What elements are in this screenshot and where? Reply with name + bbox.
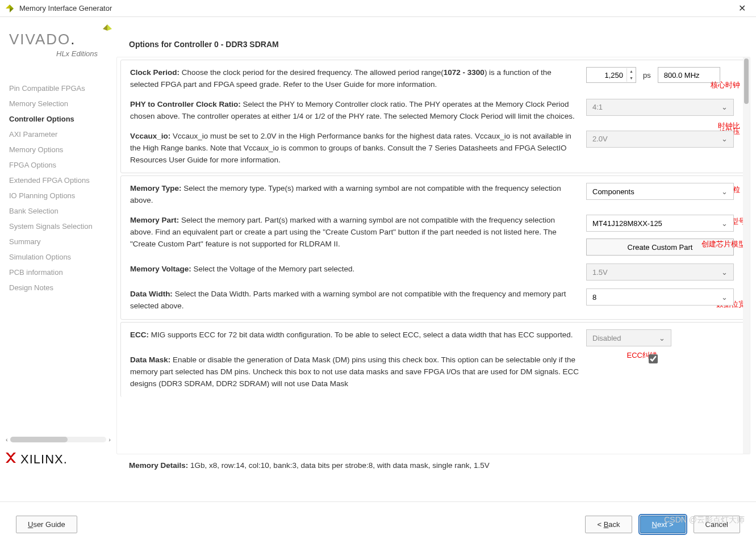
mem-voltage-label: Memory Voltage: — [130, 265, 191, 273]
phy-ratio-label: PHY to Controller Clock Ratio: — [130, 100, 241, 108]
chevron-down-icon: ⌄ — [721, 268, 728, 277]
nav-design-notes[interactable]: Design Notes — [9, 280, 111, 295]
vccaux-select[interactable]: 2.0V⌄ — [586, 131, 734, 148]
nav-pin-compatible[interactable]: Pin Compatible FPGAs — [9, 81, 111, 96]
chevron-down-icon: ⌄ — [721, 187, 728, 196]
nav-bank-selection[interactable]: Bank Selection — [9, 203, 111, 219]
hlx-subtitle: HLx Editions — [43, 49, 111, 58]
mem-part-label: Memory Part: — [130, 216, 179, 224]
option-ecc: ECC: MIG supports ECC for 72 bit data wi… — [130, 329, 737, 346]
option-phy-ratio: PHY to Controller Clock Ratio: Select th… — [130, 99, 737, 123]
sidebar: VIVADO. HLx Editions Pin Compatible FPGA… — [0, 17, 116, 474]
vivado-logo: VIVADO. HLx Editions — [9, 31, 111, 58]
close-icon[interactable]: ✕ — [733, 2, 751, 15]
user-guide-button[interactable]: User Guide — [16, 516, 77, 533]
phy-ratio-select[interactable]: 4:1⌄ — [586, 99, 734, 116]
next-button[interactable]: Next > — [640, 516, 686, 533]
nav-summary[interactable]: Summary — [9, 234, 111, 249]
memory-details: Memory Details: 1Gb, x8, row:14, col:10,… — [116, 454, 750, 474]
leaf-icon — [99, 23, 115, 43]
v-scrollbar[interactable] — [743, 57, 750, 454]
titlebar: Memory Interface Generator ✕ — [0, 0, 756, 17]
option-vccaux: Vccaux_io: Vccaux_io must be set to 2.0V… — [130, 131, 737, 166]
spinner-down-icon[interactable]: ▼ — [627, 75, 636, 82]
option-data-mask: Data Mask: Enable or disable the generat… — [130, 354, 737, 390]
cancel-button[interactable]: Cancel — [694, 516, 740, 533]
scroll-right-icon[interactable]: › — [108, 436, 111, 443]
xilinx-x-icon — [5, 451, 17, 467]
nav-memory-selection[interactable]: Memory Selection — [9, 96, 111, 111]
nav-list: Pin Compatible FPGAs Memory Selection Co… — [9, 81, 111, 295]
note-clock: 核心时钟 — [711, 80, 740, 91]
nav-memory-options[interactable]: Memory Options — [9, 142, 111, 157]
nav-extended-fpga[interactable]: Extended FPGA Options — [9, 173, 111, 188]
nav-axi-parameter[interactable]: AXI Parameter — [9, 127, 111, 142]
option-mem-part: Memory Part: Select the memory part. Par… — [130, 215, 737, 256]
clock-period-label: Clock Period: — [130, 68, 179, 77]
group-ecc: ECC: MIG supports ECC for 72 bit data wi… — [120, 322, 746, 397]
mem-part-select[interactable]: MT41J128M8XX-125⌄ — [586, 215, 734, 232]
chevron-down-icon: ⌄ — [721, 293, 728, 302]
back-button[interactable]: < Back — [585, 516, 632, 533]
data-width-label: Data Width: — [130, 290, 173, 298]
nav-system-signals[interactable]: System Signals Selection — [9, 219, 111, 234]
footer: User Guide < Back Next > Cancel — [0, 501, 756, 545]
data-mask-checkbox[interactable] — [649, 354, 658, 363]
data-mask-label: Data Mask: — [130, 355, 170, 364]
group-clock: Clock Period: Choose the clock period fo… — [120, 60, 746, 173]
window-title: Memory Interface Generator — [19, 4, 112, 12]
nav-pcb-info[interactable]: PCB information — [9, 265, 111, 280]
nav-fpga-options[interactable]: FPGA Options — [9, 157, 111, 173]
sidebar-h-scrollbar[interactable]: ‹ › — [0, 434, 116, 445]
clock-period-spinner[interactable]: ▲▼ — [586, 67, 636, 83]
data-width-select[interactable]: 8⌄ — [586, 288, 734, 306]
mem-voltage-select[interactable]: 1.5V⌄ — [586, 263, 734, 281]
option-mem-voltage: Memory Voltage: Select the Voltage of th… — [130, 263, 737, 281]
clock-period-input[interactable] — [587, 71, 626, 80]
nav-io-planning[interactable]: IO Planning Options — [9, 188, 111, 203]
vivado-text: VIVADO — [9, 31, 70, 48]
note-part2: 创建芯片模型 — [701, 239, 746, 250]
option-data-width: Data Width: Select the Data Width. Parts… — [130, 288, 737, 312]
chevron-down-icon: ⌄ — [721, 219, 728, 228]
xilinx-logo: XILINX. — [0, 445, 116, 474]
spinner-up-icon[interactable]: ▲ — [627, 68, 636, 75]
chevron-down-icon: ⌄ — [721, 135, 728, 143]
mem-type-select[interactable]: Components⌄ — [586, 183, 734, 200]
option-clock-period: Clock Period: Choose the clock period fo… — [130, 67, 737, 91]
page-title: Options for Controller 0 - DDR3 SDRAM — [116, 17, 750, 57]
nav-controller-options[interactable]: Controller Options — [9, 111, 111, 127]
content-area: Options for Controller 0 - DDR3 SDRAM Cl… — [116, 17, 756, 474]
nav-simulation[interactable]: Simulation Options — [9, 249, 111, 265]
option-mem-type: Memory Type: Select the memory type. Typ… — [130, 183, 737, 207]
app-icon — [5, 3, 15, 14]
chevron-down-icon: ⌄ — [721, 103, 728, 111]
ecc-select[interactable]: Disabled⌄ — [586, 329, 671, 346]
vccaux-label: Vccaux_io: — [130, 132, 170, 140]
xilinx-text: XILINX — [20, 452, 64, 467]
chevron-down-icon: ⌄ — [659, 334, 665, 342]
group-memory: Memory Type: Select the memory type. Typ… — [120, 175, 746, 320]
ps-label: ps — [643, 71, 651, 80]
mem-type-label: Memory Type: — [130, 184, 182, 193]
ecc-label: ECC: — [130, 331, 149, 339]
options-scroll-area: Clock Period: Choose the clock period fo… — [116, 57, 750, 454]
scroll-left-icon[interactable]: ‹ — [6, 436, 8, 443]
